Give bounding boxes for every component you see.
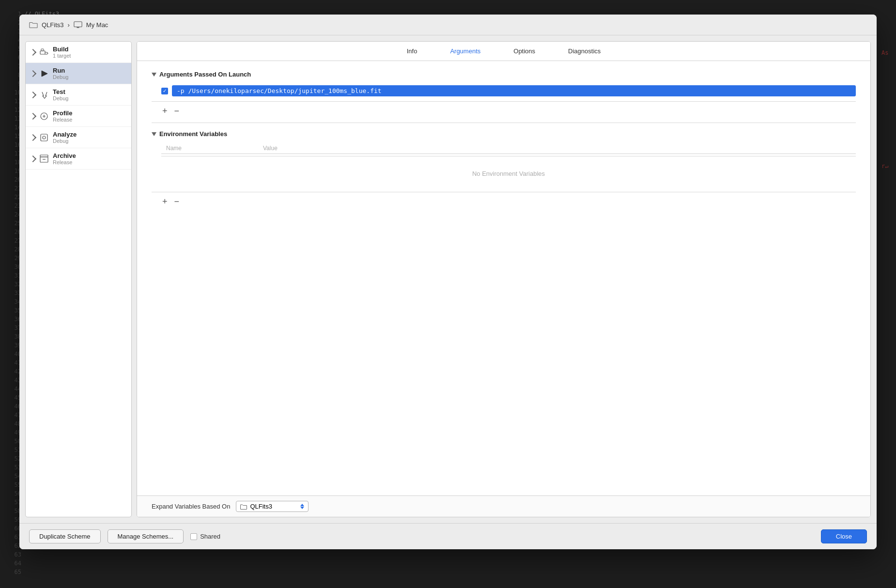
svg-rect-7 bbox=[41, 134, 47, 141]
duplicate-scheme-button[interactable]: Duplicate Scheme bbox=[29, 529, 101, 543]
dialog-footer: Duplicate Scheme Manage Schemes... Share… bbox=[19, 523, 877, 549]
argument-row-0: ✓ -p /Users/onekiloparsec/Desktop/jupite… bbox=[161, 85, 856, 96]
remove-argument-button[interactable]: − bbox=[173, 107, 181, 115]
sidebar-item-analyze-sublabel: Debug bbox=[53, 138, 77, 144]
chevron-right-profile-icon bbox=[30, 112, 36, 119]
tab-options[interactable]: Options bbox=[511, 46, 537, 56]
add-argument-button[interactable]: + bbox=[161, 107, 169, 115]
arguments-expand-triangle[interactable] bbox=[152, 73, 156, 77]
argument-checkbox-0[interactable]: ✓ bbox=[161, 88, 168, 94]
svg-point-8 bbox=[43, 136, 46, 139]
chevron-right-analyze-icon bbox=[30, 134, 36, 140]
manage-schemes-button[interactable]: Manage Schemes... bbox=[108, 529, 184, 543]
expand-variables-value: QLFits3 bbox=[250, 503, 272, 510]
argument-value-0[interactable]: -p /Users/onekiloparsec/Desktop/jupiter_… bbox=[172, 85, 856, 96]
chevron-right-icon bbox=[30, 48, 36, 55]
chevron-right-archive-icon bbox=[30, 155, 36, 162]
svg-marker-5 bbox=[42, 71, 47, 77]
sidebar-item-test[interactable]: Test Debug bbox=[26, 84, 131, 106]
sidebar-item-archive-sublabel: Release bbox=[53, 159, 76, 165]
breadcrumb-separator: › bbox=[68, 21, 70, 29]
shared-label: Shared bbox=[200, 533, 220, 540]
env-empty-message: No Environment Variables bbox=[161, 160, 856, 187]
sidebar-item-analyze-info: Analyze Debug bbox=[53, 131, 77, 144]
sidebar-item-profile-info: Profile Release bbox=[53, 109, 72, 123]
close-button[interactable]: Close bbox=[821, 529, 867, 543]
arguments-section-title: Arguments Passed On Launch bbox=[159, 71, 251, 78]
env-section-header: Environment Variables bbox=[152, 130, 856, 138]
env-col-value-header: Value bbox=[258, 145, 856, 152]
checkbox-check-icon: ✓ bbox=[163, 89, 167, 93]
svg-rect-3 bbox=[40, 51, 45, 54]
archive-icon bbox=[39, 154, 49, 164]
select-folder-icon bbox=[240, 504, 247, 510]
sidebar-item-run-label: Run bbox=[53, 67, 68, 74]
sidebar-item-build-label: Build bbox=[53, 46, 71, 53]
svg-rect-0 bbox=[74, 22, 82, 27]
chevron-right-test-icon bbox=[30, 91, 36, 98]
panel-bottom: Expand Variables Based On QLFits3 bbox=[137, 495, 870, 517]
add-env-button[interactable]: + bbox=[161, 197, 169, 206]
profile-icon bbox=[39, 111, 49, 121]
sidebar-item-run-info: Run Debug bbox=[53, 67, 68, 80]
sidebar-item-test-info: Test Debug bbox=[53, 88, 68, 101]
shared-checkbox-area: Shared bbox=[190, 533, 220, 540]
sidebar-item-archive-info: Archive Release bbox=[53, 152, 76, 165]
sidebar-item-archive[interactable]: Archive Release bbox=[26, 148, 131, 170]
sidebar-item-run-sublabel: Debug bbox=[53, 74, 68, 80]
tab-diagnostics[interactable]: Diagnostics bbox=[566, 46, 602, 56]
remove-env-button[interactable]: − bbox=[173, 197, 181, 206]
shared-checkbox[interactable] bbox=[190, 533, 197, 540]
sidebar-item-build-info: Build 1 target bbox=[53, 46, 71, 59]
arguments-section: Arguments Passed On Launch ✓ -p /Users/o… bbox=[152, 71, 856, 115]
env-table-header: Name Value bbox=[161, 145, 856, 154]
sidebar: Build 1 target Run Debug bbox=[25, 41, 132, 517]
main-panel: Info Arguments Options Diagnostics Argum… bbox=[137, 41, 871, 517]
content-area: Build 1 target Run Debug bbox=[19, 35, 877, 523]
arguments-section-header: Arguments Passed On Launch bbox=[152, 71, 856, 78]
sidebar-item-analyze-label: Analyze bbox=[53, 131, 77, 138]
expand-variables-select[interactable]: QLFits3 bbox=[236, 501, 309, 512]
sidebar-item-run[interactable]: Run Debug bbox=[26, 63, 131, 84]
env-table: Name Value No Environment Variables bbox=[161, 145, 856, 187]
sidebar-item-profile[interactable]: Profile Release bbox=[26, 106, 131, 127]
env-col-name-header: Name bbox=[161, 145, 258, 152]
tab-arguments[interactable]: Arguments bbox=[448, 46, 482, 56]
env-variables-section: Environment Variables Name Value No Envi… bbox=[152, 130, 856, 206]
sidebar-item-build-sublabel: 1 target bbox=[53, 53, 71, 59]
test-icon bbox=[39, 90, 49, 100]
sidebar-item-analyze[interactable]: Analyze Debug bbox=[26, 127, 131, 148]
build-icon bbox=[39, 47, 49, 57]
env-expand-triangle[interactable] bbox=[152, 132, 156, 136]
breadcrumb: QLFits3 › My Mac bbox=[19, 15, 877, 35]
expand-variables-label: Expand Variables Based On bbox=[152, 503, 230, 510]
panel-content: Arguments Passed On Launch ✓ -p /Users/o… bbox=[137, 61, 870, 495]
env-section-title: Environment Variables bbox=[159, 130, 227, 138]
analyze-icon bbox=[39, 133, 49, 142]
svg-rect-9 bbox=[40, 155, 48, 157]
monitor-icon bbox=[74, 20, 82, 29]
tab-info[interactable]: Info bbox=[405, 46, 419, 56]
sidebar-item-profile-sublabel: Release bbox=[53, 117, 72, 123]
select-arrow-icon bbox=[300, 504, 304, 509]
tab-bar: Info Arguments Options Diagnostics bbox=[137, 42, 870, 61]
breadcrumb-destination: My Mac bbox=[86, 21, 108, 29]
folder-icon bbox=[29, 20, 38, 29]
sidebar-item-profile-label: Profile bbox=[53, 109, 72, 117]
breadcrumb-project: QLFits3 bbox=[42, 21, 64, 29]
run-icon bbox=[39, 69, 49, 78]
sidebar-item-archive-label: Archive bbox=[53, 152, 76, 159]
sidebar-item-test-sublabel: Debug bbox=[53, 95, 68, 101]
chevron-right-run-icon bbox=[30, 70, 36, 77]
sidebar-item-test-label: Test bbox=[53, 88, 68, 95]
scheme-editor-dialog: QLFits3 › My Mac B bbox=[19, 15, 877, 549]
env-add-remove: + − bbox=[161, 197, 856, 206]
arguments-add-remove: + − bbox=[161, 107, 856, 115]
sidebar-item-build[interactable]: Build 1 target bbox=[26, 42, 131, 63]
